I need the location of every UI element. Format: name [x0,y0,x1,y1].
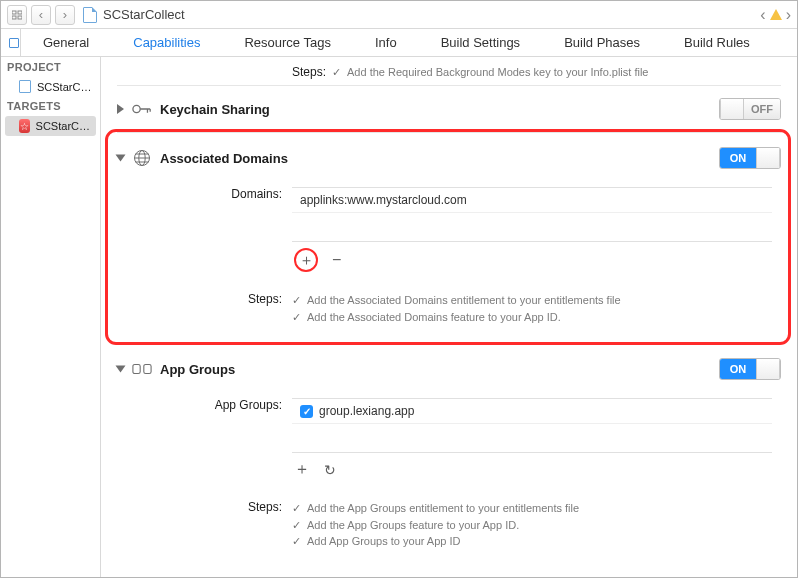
svg-point-4 [133,105,140,112]
remove-domain-button[interactable]: − [332,251,341,269]
tab-capabilities[interactable]: Capabilities [111,29,222,56]
check-icon: ✓ [292,500,301,517]
checkbox-checked[interactable]: ✓ [300,405,313,418]
project-file-icon [83,7,97,23]
domain-row[interactable]: applinks:www.mystarcloud.com [292,188,772,213]
target-app-icon: ☆ [19,119,30,133]
nav-forward-button[interactable]: › [55,5,75,25]
warning-icon[interactable] [770,9,782,20]
section-title: Associated Domains [160,151,288,166]
sidebar-project-item[interactable]: SCStarC… [1,77,100,96]
list-empty-row [292,424,772,452]
nav-forward-right[interactable]: › [786,6,791,24]
sidebar-header-targets: TARGETS [1,96,100,116]
nav-back-right[interactable]: ‹ [760,6,765,24]
steps-label: Steps: [117,500,292,550]
steps-list: ✓Add the App Groups entitlement to your … [292,500,579,550]
domains-label: Domains: [117,187,292,278]
keychain-switch[interactable]: ONOFF [719,98,781,120]
sidebar-header-project: PROJECT [1,57,100,77]
disclosure-triangle[interactable] [117,104,124,114]
related-items-button[interactable] [7,5,27,25]
check-icon: ✓ [292,533,301,550]
domains-list[interactable]: applinks:www.mystarcloud.com [292,187,772,242]
disclosure-triangle[interactable] [116,155,126,162]
jump-bar: ‹ › SCStarCollect ‹ › [1,1,797,29]
tab-build-settings[interactable]: Build Settings [419,29,543,56]
svg-rect-8 [144,364,151,373]
section-app-groups: App Groups ONOFF App Groups: ✓ group.lex… [117,344,781,568]
tab-info[interactable]: Info [353,29,419,56]
section-associated-domains: Associated Domains ONOFF Domains: applin… [117,133,781,344]
app-groups-list[interactable]: ✓ group.lexiang.app [292,398,772,453]
breadcrumb[interactable]: SCStarCollect [79,7,185,23]
breadcrumb-file: SCStarCollect [103,7,185,22]
app-group-row[interactable]: ✓ group.lexiang.app [292,399,772,424]
check-icon: ✓ [292,309,301,326]
sidebar-target-label: SCStarC… [36,120,90,132]
list-empty-row [292,213,772,241]
section-title: Keychain Sharing [160,102,270,117]
svg-rect-1 [12,16,16,19]
sidebar-project-label: SCStarC… [37,81,91,93]
target-indicator[interactable] [7,29,21,56]
section-keychain-sharing: Keychain Sharing ONOFF [117,86,781,133]
add-domain-button[interactable]: ＋ [299,251,314,270]
check-icon: ✓ [332,66,341,79]
tab-build-rules[interactable]: Build Rules [662,29,772,56]
svg-rect-0 [12,11,16,14]
editor-tab-bar: General Capabilities Resource Tags Info … [1,29,797,57]
capabilities-editor[interactable]: Steps: ✓ Add the Required Background Mod… [101,57,797,577]
tab-build-phases[interactable]: Build Phases [542,29,662,56]
refresh-groups-button[interactable]: ↻ [324,462,336,478]
app-groups-label: App Groups: [117,398,292,486]
tab-resource-tags[interactable]: Resource Tags [222,29,352,56]
associated-domains-switch[interactable]: ONOFF [719,147,781,169]
app-groups-icon [132,360,152,378]
disclosure-triangle[interactable] [116,366,126,373]
add-group-button[interactable]: ＋ [294,459,310,480]
tab-general[interactable]: General [21,29,111,56]
nav-back-button[interactable]: ‹ [31,5,51,25]
app-square-icon [9,38,19,48]
check-icon: ✓ [292,292,301,309]
keychain-icon [132,100,152,118]
check-icon: ✓ [292,517,301,534]
sidebar-target-item[interactable]: ☆ SCStarC… [5,116,96,136]
svg-rect-2 [18,11,22,14]
globe-icon [132,149,152,167]
svg-rect-3 [18,16,22,19]
previous-section-peek: Steps: ✓ Add the Required Background Mod… [117,57,781,86]
project-icon [19,80,31,93]
app-groups-switch[interactable]: ONOFF [719,358,781,380]
steps-list: ✓Add the Associated Domains entitlement … [292,292,621,325]
section-title: App Groups [160,362,235,377]
annotation-circle: ＋ [294,248,318,272]
project-sidebar: PROJECT SCStarC… TARGETS ☆ SCStarC… [1,57,101,577]
svg-rect-7 [133,364,140,373]
steps-label: Steps: [117,292,292,325]
xcode-window: ‹ › SCStarCollect ‹ › General Capabiliti… [0,0,798,578]
